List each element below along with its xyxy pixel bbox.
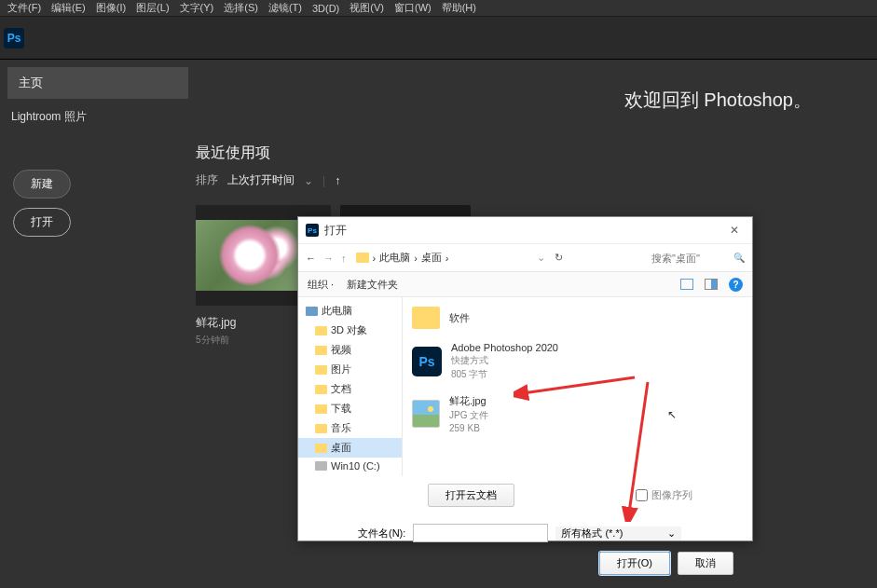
image-sequence-checkbox[interactable]: 图像序列 [636,488,692,502]
help-icon[interactable]: ? [729,278,743,292]
dialog-navbar: ← → ↑ › 此电脑 › 桌面 › ⌄ ↻ 🔍 [298,243,752,271]
app-toolbar: Ps [0,17,877,60]
sort-label: 排序 [196,172,218,188]
nav-up-icon[interactable]: ↑ [341,253,347,264]
breadcrumb[interactable]: › 此电脑 › 桌面 › [356,251,449,265]
new-folder-button[interactable]: 新建文件夹 [347,278,398,292]
preview-pane-icon[interactable] [705,279,718,290]
open-button[interactable]: 打开 [13,208,71,237]
home-sidebar: 主页 Lightroom 照片 新建 打开 [0,60,196,588]
view-mode-icon[interactable] [680,279,693,290]
folder-icon [315,365,327,375]
welcome-text: 欢迎回到 Photoshop。 [624,88,812,113]
menu-layer[interactable]: 图层(L) [136,1,169,15]
tree-videos[interactable]: 视频 [298,340,402,360]
menu-bar: 文件(F) 编辑(E) 图像(I) 图层(L) 文字(Y) 选择(S) 滤镜(T… [0,0,877,17]
tree-this-pc[interactable]: 此电脑 [298,301,402,321]
menu-window[interactable]: 窗口(W) [394,1,432,15]
file-kind: 快捷方式 [451,354,558,367]
folder-icon [356,253,369,263]
folder-tree: 此电脑 3D 对象 视频 图片 文档 下载 音乐 桌面 Win10 (C:) [298,297,403,476]
nav-forward-icon[interactable]: → [323,253,334,264]
new-button[interactable]: 新建 [13,170,71,198]
chevron-down-icon[interactable]: ⌄ [304,174,313,187]
folder-icon [315,385,327,394]
ps-file-icon: Ps [412,347,442,376]
dropdown-icon[interactable]: ⌄ [537,252,545,264]
tree-music[interactable]: 音乐 [298,418,402,438]
lightroom-link[interactable]: Lightroom 照片 [7,102,188,132]
crumb-sep: › [445,253,449,264]
folder-icon [315,326,327,335]
filename-label: 文件名(N): [358,526,405,540]
recent-title: 最近使用项 [196,144,877,163]
checkbox-input[interactable] [636,489,648,501]
crumb-desktop[interactable]: 桌面 [421,251,442,265]
file-flower-jpg[interactable]: 鲜花.jpg JPG 文件 259 KB [412,390,743,437]
sort-direction-icon[interactable]: ↑ [335,174,340,187]
dialog-toolbar: 组织 · 新建文件夹 ? [298,271,752,297]
folder-icon [412,307,440,329]
menu-3d[interactable]: 3D(D) [312,3,339,14]
nav-back-icon[interactable]: ← [306,253,316,264]
menu-view[interactable]: 视图(V) [349,1,384,15]
file-name: 鲜花.jpg [449,394,488,408]
cancel-button[interactable]: 取消 [678,552,733,575]
menu-type[interactable]: 文字(Y) [180,1,214,15]
tree-pictures[interactable]: 图片 [298,360,402,379]
crumb-sep: › [414,253,418,264]
filetype-filter[interactable]: 所有格式 (*.*)⌄ [555,526,681,540]
crumb-pc[interactable]: 此电脑 [379,251,410,265]
folder-icon [315,424,327,433]
organize-button[interactable]: 组织 · [308,278,334,292]
file-name: Adobe Photoshop 2020 [451,342,558,353]
file-size: 805 字节 [451,368,558,381]
file-kind: JPG 文件 [449,409,488,422]
refresh-icon[interactable]: ↻ [555,252,563,264]
menu-select[interactable]: 选择(S) [224,1,258,15]
menu-file[interactable]: 文件(F) [7,1,41,15]
menu-help[interactable]: 帮助(H) [442,1,476,15]
filename-input[interactable] [413,524,548,542]
dialog-title: 打开 [324,223,347,239]
search-icon[interactable]: 🔍 [733,253,745,263]
crumb-sep: › [373,253,377,264]
ps-logo-icon[interactable]: Ps [4,28,24,48]
menu-edit[interactable]: 编辑(E) [51,1,86,15]
file-photoshop-shortcut[interactable]: Ps Adobe Photoshop 2020 快捷方式 805 字节 [412,338,743,385]
pc-icon [306,307,318,316]
sort-row: 排序 上次打开时间 ⌄ | ↑ [196,172,877,188]
sort-value[interactable]: 上次打开时间 [227,172,295,188]
folder-icon [315,404,327,414]
open-dialog: Ps 打开 ✕ ← → ↑ › 此电脑 › 桌面 › ⌄ ↻ 🔍 组织 · 新建… [297,216,753,541]
dialog-titlebar: Ps 打开 ✕ [298,217,752,243]
search-input[interactable] [651,253,745,264]
menu-filter[interactable]: 滤镜(T) [268,1,302,15]
tree-win10-c[interactable]: Win10 (C:) [298,458,402,474]
dialog-footer: 打开云文档 图像序列 文件名(N): 所有格式 (*.*)⌄ 打开(O) 取消 [298,476,752,582]
tree-downloads[interactable]: 下载 [298,399,402,418]
open-cloud-button[interactable]: 打开云文档 [428,484,514,507]
menu-image[interactable]: 图像(I) [96,1,126,15]
close-icon[interactable]: ✕ [724,224,745,237]
tree-desktop[interactable]: 桌面 [298,438,402,458]
file-name: 软件 [449,311,470,325]
home-tab[interactable]: 主页 [7,67,188,99]
image-file-icon [412,400,440,428]
dialog-body: 此电脑 3D 对象 视频 图片 文档 下载 音乐 桌面 Win10 (C:) 软… [298,297,752,476]
file-size: 259 KB [449,423,488,433]
divider: | [322,174,325,187]
file-software-folder[interactable]: 软件 [412,303,743,333]
tree-documents[interactable]: 文档 [298,379,402,399]
open-confirm-button[interactable]: 打开(O) [599,552,670,575]
disk-icon [315,461,327,471]
file-list: 软件 Ps Adobe Photoshop 2020 快捷方式 805 字节 鲜… [403,297,752,476]
folder-icon [315,346,327,355]
folder-icon [315,444,327,453]
ps-logo-small-icon: Ps [306,224,319,237]
tree-3d-objects[interactable]: 3D 对象 [298,321,402,340]
